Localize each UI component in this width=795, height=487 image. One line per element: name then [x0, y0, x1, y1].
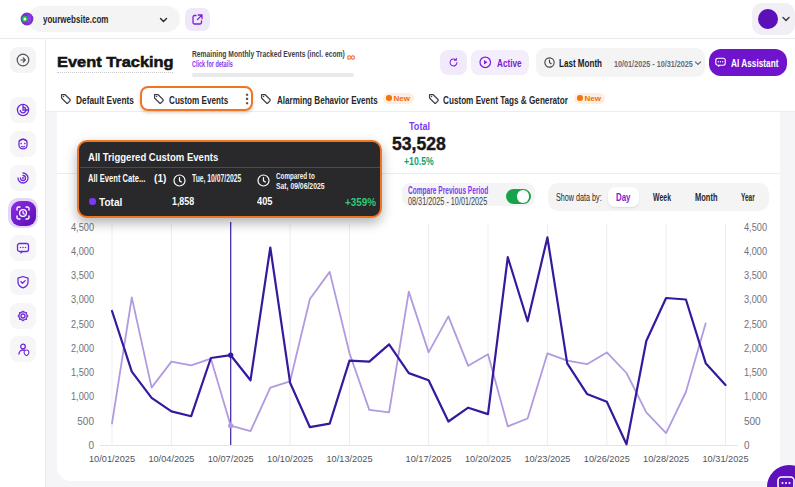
svg-text:10/13/2025: 10/13/2025 [327, 454, 373, 464]
svg-text:2,000: 2,000 [71, 343, 94, 354]
svg-text:10/20/2025: 10/20/2025 [465, 454, 511, 464]
svg-text:1,500: 1,500 [71, 367, 94, 378]
svg-text:3,500: 3,500 [71, 270, 94, 281]
svg-text:1,500: 1,500 [744, 367, 767, 378]
svg-text:10/23/2025: 10/23/2025 [524, 454, 570, 464]
svg-text:4,500: 4,500 [744, 222, 767, 233]
svg-text:1,000: 1,000 [744, 391, 767, 402]
svg-text:3,000: 3,000 [71, 294, 94, 305]
svg-text:10/26/2025: 10/26/2025 [584, 454, 630, 464]
svg-text:500: 500 [77, 416, 94, 427]
svg-text:0: 0 [88, 440, 94, 451]
svg-text:0: 0 [744, 440, 750, 451]
svg-text:10/28/2025: 10/28/2025 [643, 454, 689, 464]
svg-text:4,500: 4,500 [71, 222, 94, 233]
svg-text:10/01/2025: 10/01/2025 [89, 454, 135, 464]
svg-text:2,000: 2,000 [744, 343, 767, 354]
svg-text:10/04/2025: 10/04/2025 [148, 454, 194, 464]
svg-text:10/10/2025: 10/10/2025 [267, 454, 313, 464]
svg-text:2,500: 2,500 [71, 319, 94, 330]
svg-text:3,500: 3,500 [744, 270, 767, 281]
svg-text:1,000: 1,000 [71, 391, 94, 402]
svg-text:10/07/2025: 10/07/2025 [208, 454, 254, 464]
svg-text:10/31/2025: 10/31/2025 [703, 454, 749, 464]
svg-text:4,000: 4,000 [71, 246, 94, 257]
svg-text:500: 500 [744, 416, 761, 427]
svg-text:4,000: 4,000 [744, 246, 767, 257]
svg-text:10/17/2025: 10/17/2025 [406, 454, 452, 464]
svg-text:3,000: 3,000 [744, 294, 767, 305]
svg-text:2,500: 2,500 [744, 319, 767, 330]
